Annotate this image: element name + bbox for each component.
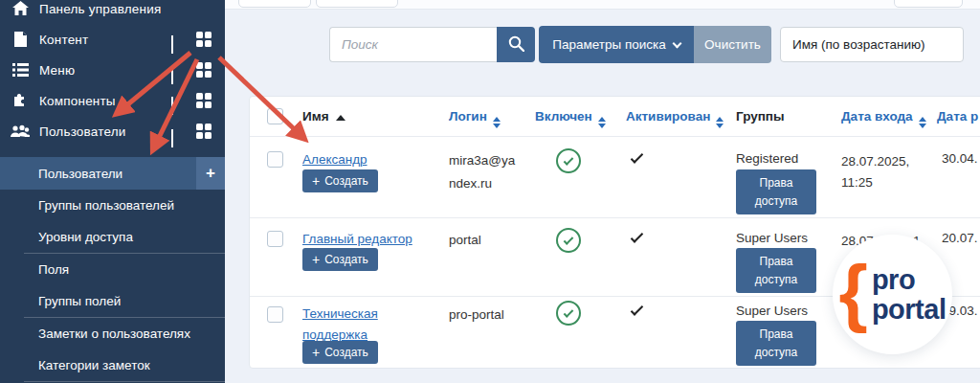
- sort-icon: [598, 117, 606, 128]
- activated-check-icon: [631, 303, 643, 315]
- submenu-item-users[interactable]: Пользователи +: [0, 157, 225, 190]
- create-button[interactable]: +Создать: [302, 248, 378, 271]
- chevron-down-icon: [171, 129, 173, 146]
- users-icon: [10, 124, 31, 139]
- column-header-enabled[interactable]: Включен: [535, 109, 606, 128]
- table-row: Александр Новиков +Создать mira3a@yandex…: [250, 137, 980, 218]
- chevron-right-icon: [171, 97, 173, 114]
- submenu-item-label: Пользователи: [38, 167, 122, 181]
- submenu-item-field-groups[interactable]: Группы полей: [0, 285, 225, 317]
- submenu-item-label: Уровни доступа: [38, 230, 133, 244]
- search-button[interactable]: [497, 27, 535, 62]
- user-name-link[interactable]: Техническая поддержка: [302, 304, 393, 347]
- registration-date: 30.04.: [942, 151, 980, 166]
- plus-icon: +: [312, 345, 320, 360]
- enabled-icon[interactable]: [556, 228, 581, 253]
- table-header-row: Имя Логин Включен Активирован Группы Дат…: [250, 97, 980, 137]
- activated-check-icon: [631, 150, 643, 163]
- column-header-login[interactable]: Логин: [449, 109, 501, 128]
- row-checkbox[interactable]: [267, 231, 283, 247]
- create-button[interactable]: +Создать: [302, 341, 378, 364]
- submenu-item-user-notes[interactable]: Заметки о пользователях: [0, 318, 225, 349]
- sort-icon: [716, 117, 724, 128]
- submenu-item-note-categories[interactable]: Категории заметок: [0, 349, 225, 381]
- user-group: Super Users: [736, 231, 808, 245]
- plus-icon: +: [312, 173, 320, 189]
- sidebar-item-label: Пользователи: [39, 124, 126, 139]
- column-header-name[interactable]: Имя: [302, 109, 345, 124]
- enabled-icon[interactable]: [556, 301, 581, 326]
- logo-brace: {: [839, 259, 868, 326]
- logo-text-pro: pro: [872, 265, 947, 294]
- user-group: Super Users: [736, 304, 808, 318]
- row-checkbox[interactable]: [267, 151, 283, 168]
- plus-icon: +: [312, 252, 320, 267]
- access-rights-button[interactable]: Права доступа: [736, 169, 816, 214]
- user-group: Registered: [736, 151, 798, 166]
- filter-toolbar: Параметры поиска Очистить Имя (по возрас…: [0, 0, 980, 96]
- user-name-link[interactable]: Главный редактор: [302, 229, 417, 250]
- sidebar-item-users[interactable]: Пользователи: [0, 116, 225, 146]
- column-header-registered[interactable]: Дата р: [937, 109, 978, 124]
- user-login: mira3a@yandex.ru: [449, 149, 520, 194]
- submenu-item-fields[interactable]: Поля: [0, 254, 225, 285]
- chevron-down-icon: [672, 38, 681, 48]
- submenu-item-access-levels[interactable]: Уровни доступа: [0, 221, 225, 253]
- sort-select[interactable]: Имя (по возрастанию): [780, 27, 964, 62]
- search-icon: [508, 35, 524, 55]
- submenu-item-label: Группы полей: [38, 294, 121, 308]
- submenu-item-label: Категории заметок: [38, 358, 150, 372]
- registration-date: 20.07.: [942, 231, 980, 245]
- dashboard-grid-icon[interactable]: [196, 124, 212, 139]
- submenu-item-user-groups[interactable]: Группы пользователей: [0, 190, 225, 221]
- access-rights-button[interactable]: Права доступа: [736, 321, 816, 366]
- user-login: pro-portal: [449, 304, 520, 327]
- search-input[interactable]: [329, 27, 497, 62]
- select-all-checkbox[interactable]: [267, 108, 283, 124]
- enabled-icon[interactable]: [556, 148, 581, 173]
- submenu-item-label: Заметки о пользователях: [38, 327, 190, 341]
- column-header-activated[interactable]: Активирован: [626, 109, 724, 128]
- clear-button[interactable]: Очистить: [694, 26, 771, 63]
- column-header-groups: Группы: [736, 109, 785, 124]
- search-options-button[interactable]: Параметры поиска: [539, 26, 694, 63]
- row-checkbox[interactable]: [267, 306, 283, 323]
- pro-portal-logo: { pro portal: [833, 235, 952, 354]
- access-rights-button[interactable]: Права доступа: [736, 248, 816, 293]
- search-options-label: Параметры поиска: [552, 37, 666, 52]
- add-user-button[interactable]: +: [196, 157, 225, 190]
- sort-icon: [493, 117, 501, 128]
- activated-check-icon: [631, 230, 643, 242]
- user-login: portal: [449, 229, 520, 252]
- sort-asc-icon: [336, 115, 345, 121]
- logo-text-portal: portal: [872, 295, 947, 324]
- submenu-item-label: Группы пользователей: [38, 198, 174, 213]
- sort-icon: [919, 117, 926, 128]
- column-header-lastvisit[interactable]: Дата входа: [841, 109, 926, 128]
- last-visit-date: 28.07.2025, 11:25: [841, 151, 924, 192]
- users-submenu: Пользователи + Группы пользователей Уров…: [0, 157, 225, 383]
- sort-select-value: Имя (по возрастанию): [792, 37, 925, 52]
- create-button[interactable]: +Создать: [302, 169, 378, 192]
- submenu-item-label: Поля: [38, 262, 69, 277]
